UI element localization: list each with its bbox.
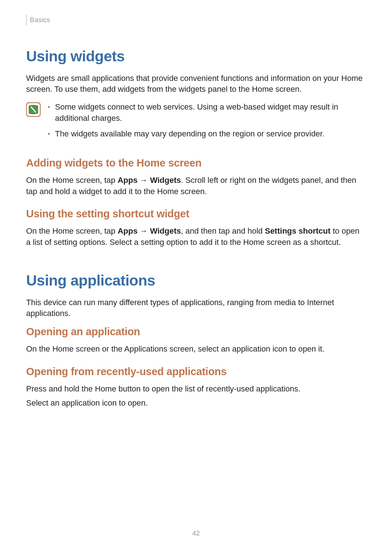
subsection-title-setting-shortcut: Using the setting shortcut widget — [26, 208, 366, 220]
intro-paragraph: Widgets are small applications that prov… — [26, 73, 366, 94]
body-paragraph: On the Home screen, tap Apps → Widgets, … — [26, 226, 366, 248]
subsection-title-adding-widgets: Adding widgets to the Home screen — [26, 157, 366, 169]
subsection-title-opening-app: Opening an application — [26, 326, 366, 338]
note-text: The widgets available may vary depending… — [55, 128, 324, 140]
note-icon — [26, 102, 41, 117]
body-paragraph: On the Home screen, tap Apps → Widgets. … — [26, 175, 366, 197]
bullet-icon: • — [48, 102, 50, 124]
note-item: • Some widgets connect to web services. … — [48, 102, 366, 124]
note-item: • The widgets available may vary dependi… — [48, 128, 366, 140]
note-block: • Some widgets connect to web services. … — [26, 102, 366, 144]
intro-paragraph: This device can run many different types… — [26, 297, 366, 319]
page-number: 42 — [0, 529, 392, 537]
body-paragraph: Select an application icon to open. — [26, 398, 366, 409]
section-title-using-widgets: Using widgets — [26, 48, 366, 65]
note-list: • Some widgets connect to web services. … — [48, 102, 366, 144]
breadcrumb: Basics — [26, 15, 366, 25]
subsection-title-recently-used: Opening from recently-used applications — [26, 366, 366, 378]
note-text: Some widgets connect to web services. Us… — [55, 102, 366, 124]
body-paragraph: On the Home screen or the Applications s… — [26, 344, 366, 355]
bullet-icon: • — [48, 128, 50, 140]
section-title-using-applications: Using applications — [26, 272, 366, 289]
body-paragraph: Press and hold the Home button to open t… — [26, 383, 366, 395]
